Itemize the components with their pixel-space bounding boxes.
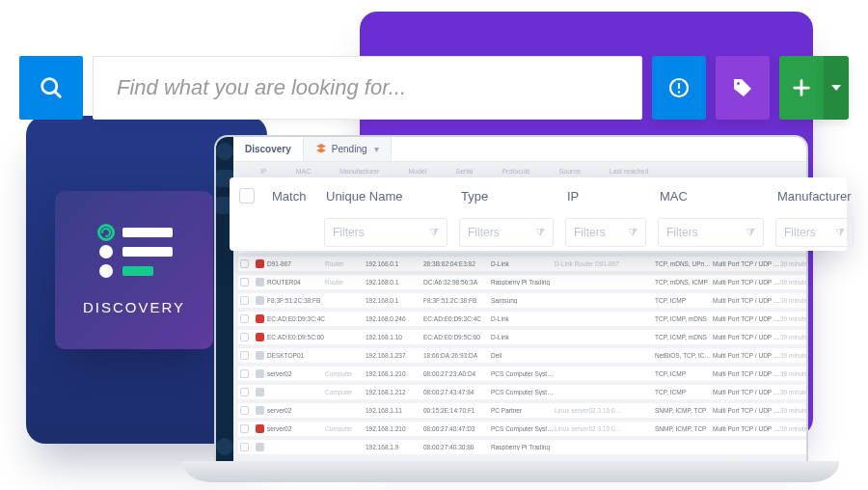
funnel-icon: ⧩ [429, 226, 439, 239]
row-checkbox[interactable] [240, 296, 249, 305]
cell-proto: TCP, ICMP, mDNS [655, 315, 713, 322]
table-row[interactable]: DESKTOP01192.168.1.23718:66:DA:26:93:DAD… [237, 347, 808, 364]
filter-manufacturer[interactable]: Filters⧩ [775, 218, 854, 247]
funnel-icon: ⧩ [535, 226, 545, 239]
row-checkbox[interactable] [240, 406, 249, 415]
table-row[interactable]: server02192.168.1.1100:15:2E:14:70:F1PC … [237, 402, 808, 419]
cell-name: server02 [267, 407, 325, 414]
cell-mfr: D-Link [491, 260, 555, 267]
add-button-group [779, 56, 849, 120]
status-dot [256, 314, 264, 323]
table-row[interactable]: EC:AD:E0:D9:5C:00192.168.1.10EC:AD:E0:D9… [237, 329, 808, 345]
cell-name: server02 [267, 425, 325, 432]
cell-model: D-Link Router D91-867 [555, 260, 626, 267]
table-row[interactable]: ROUTER04Router192.168.0.1DC:A6:32:98:56:… [237, 274, 808, 290]
cell-last: 39 minutes ago [780, 334, 808, 340]
status-dot [256, 424, 264, 433]
row-checkbox[interactable] [240, 369, 249, 378]
cell-mfr: PCS Computer Systems [491, 389, 555, 395]
table-row[interactable]: D91-867Router192.168.0.128:3B:82:04:E3:8… [237, 256, 808, 272]
row-checkbox[interactable] [240, 443, 249, 451]
table-row[interactable]: EC:AD:E0:D9:3C:4C192.168.0.246EC:AD:E0:D… [237, 311, 808, 327]
status-dot [256, 278, 264, 286]
sidebar-bottom-icon[interactable] [216, 438, 233, 455]
cell-ip: 192.168.1.237 [366, 352, 423, 359]
table-row[interactable]: server02Computer192.168.1.21008:00:27:23… [237, 366, 808, 382]
col-ip[interactable]: IP [559, 177, 652, 214]
table-row[interactable]: Computer192.168.1.21208:00:27:43:47:84PC… [237, 384, 808, 400]
cell-source: Multi Port TCP / UDP I… [713, 297, 780, 304]
cell-mfr: PC Partner [491, 407, 555, 414]
cell-mac: 08:00:27:40:47:D3 [423, 425, 491, 432]
cell-last: 39 minutes ago [780, 279, 808, 286]
cell-ip: 192.168.1.210 [366, 370, 423, 377]
alert-button[interactable] [652, 56, 706, 120]
filter-type[interactable]: Filters⧩ [459, 218, 554, 247]
cell-last: 39 minutes ago [780, 260, 808, 267]
table-row[interactable]: F8:3F:51:2C:38:FB192.168.0.1F8:3F:51:2C:… [237, 292, 808, 309]
svg-line-1 [55, 92, 61, 97]
row-checkbox[interactable] [240, 259, 249, 268]
cell-ip: 192.168.1.212 [366, 389, 423, 395]
status-dot [256, 443, 264, 451]
table-row[interactable]: server02Computer192.168.1.21008:00:27:40… [237, 421, 808, 437]
cell-name: D91-867 [267, 260, 325, 267]
cell-mac: 08:00:27:23:A0:D4 [423, 370, 491, 377]
add-dropdown[interactable] [824, 56, 849, 120]
row-checkbox[interactable] [240, 351, 249, 360]
add-button[interactable] [779, 56, 824, 120]
cell-last: 39 minutes ago [780, 425, 808, 432]
cell-proto: SNMP, ICMP, TCP [655, 425, 713, 432]
cell-name: EC:AD:E0:D9:5C:00 [267, 334, 325, 340]
col-unique-name[interactable]: Unique Name [318, 177, 453, 214]
tab-label: Discovery [245, 144, 291, 154]
search-bar [19, 56, 849, 120]
col-match[interactable]: Match [264, 177, 318, 214]
col-type[interactable]: Type [453, 177, 559, 214]
cell-type: Router [325, 279, 366, 286]
cell-ip: 192.168.0.1 [366, 260, 423, 267]
row-checkbox[interactable] [240, 333, 249, 341]
funnel-icon: ⧩ [746, 226, 755, 239]
cell-source: Multi Port TCP / UDP I… [713, 389, 780, 395]
cell-type: Router [325, 260, 366, 267]
tag-button[interactable] [716, 56, 770, 120]
laptop-base [183, 461, 839, 482]
filter-mac[interactable]: Filters⧩ [658, 218, 764, 247]
svg-point-4 [678, 91, 680, 93]
cell-proto: TCP, mDNS, ICMP [655, 279, 713, 286]
cell-mac: F8:3F:51:2C:38:FB [423, 297, 491, 304]
row-checkbox[interactable] [240, 424, 249, 433]
chevron-down-icon: ▾ [374, 144, 379, 154]
select-all-checkbox[interactable] [230, 177, 264, 214]
table-row[interactable]: 192.168.1.908:00:27:40:30:80Raspberry Pi… [237, 439, 808, 455]
col-mac[interactable]: MAC [652, 177, 770, 214]
col-manufacturer[interactable]: Manufacturer [770, 177, 859, 214]
cell-mac: DC:A6:32:98:56:3A [423, 279, 491, 286]
search-input[interactable] [117, 57, 618, 119]
cell-last: 39 minutes ago [780, 407, 808, 414]
columns-card: Match Unique Name Type IP MAC Manufactur… [230, 177, 847, 251]
stack-icon [315, 143, 327, 156]
cell-proto: TCP, ICMP [655, 370, 713, 377]
cell-mac: 18:66:DA:26:93:DA [423, 352, 491, 359]
status-dot [256, 351, 264, 360]
filter-ip[interactable]: Filters⧩ [565, 218, 646, 247]
discovery-label: DISCOVERY [83, 299, 185, 315]
status-dot [256, 296, 264, 305]
funnel-icon: ⧩ [628, 226, 637, 239]
search-icon[interactable] [19, 56, 83, 120]
cell-type: Computer [325, 425, 366, 432]
cell-ip: 192.168.0.246 [366, 315, 423, 322]
row-checkbox[interactable] [240, 278, 249, 286]
sidebar-logo-icon[interactable] [216, 143, 233, 160]
row-checkbox[interactable] [240, 314, 249, 323]
cell-mac: 00:15:2E:14:70:F1 [423, 407, 491, 414]
cell-ip: 192.168.1.210 [366, 425, 423, 432]
tab-discovery[interactable]: Discovery [233, 137, 304, 161]
filter-unique-name[interactable]: Filters⧩ [324, 218, 448, 247]
cell-last: 39 minutes ago [780, 370, 808, 377]
row-checkbox[interactable] [240, 388, 249, 396]
tab-pending[interactable]: Pending ▾ [304, 137, 392, 161]
cell-ip: 192.168.1.9 [366, 444, 423, 450]
